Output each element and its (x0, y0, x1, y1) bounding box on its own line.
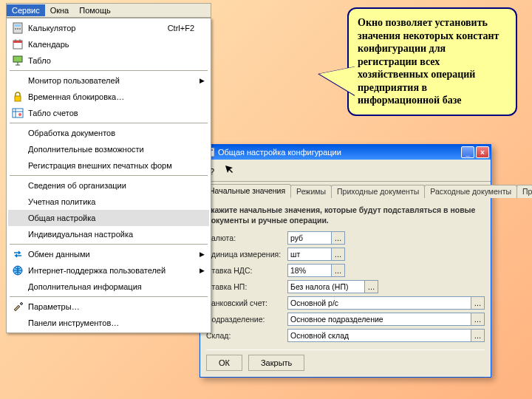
dropdown-menu: КалькуляторCtrl+F2КалендарьТаблоМонитор … (6, 18, 211, 333)
dialog-toolbar: ? (200, 160, 491, 182)
tab-bar: Начальные значения Режимы Приходные доку… (200, 182, 491, 198)
currency-label: Валюта: (206, 233, 287, 242)
exchange-icon (10, 248, 25, 260)
menu-item-label: Дополнительные возможности (28, 145, 144, 154)
menu-item[interactable]: Табло счетов (8, 105, 209, 121)
menubar: Сервис Окна Помощь (6, 3, 211, 18)
svg-rect-2 (15, 28, 16, 30)
np-label: Ставка НП: (206, 282, 287, 291)
svg-rect-6 (13, 41, 22, 43)
row-account: Банковский счет: … (206, 296, 485, 310)
svg-rect-1 (15, 24, 21, 27)
blank-icon (10, 143, 25, 155)
blank-icon (10, 317, 25, 329)
menu-item-label: Интернет-поддержка пользователей (28, 266, 166, 275)
menu-item[interactable]: Учетная политика (8, 194, 209, 210)
callout-tooltip: Окно позволяет установить значения некот… (347, 7, 517, 116)
calc-icon (10, 22, 25, 34)
menu-item-label: Табло счетов (28, 109, 78, 117)
dialog-title: Общая настройка конфигурации (218, 148, 341, 157)
currency-browse-button[interactable]: … (332, 231, 345, 245)
np-browse-button[interactable]: … (365, 280, 378, 293)
dept-input[interactable] (287, 313, 471, 326)
close-button[interactable]: × (476, 146, 489, 158)
row-unit: Единица измерения: … (206, 248, 485, 261)
np-input[interactable] (287, 280, 365, 293)
ok-button[interactable]: ОК (206, 355, 242, 371)
submenu-arrow-icon: ▶ (200, 267, 205, 274)
menu-item[interactable]: Календарь (8, 36, 209, 52)
menubar-item-service[interactable]: Сервис (7, 4, 45, 16)
menu-item[interactable]: Дополнительные возможности (8, 141, 209, 157)
tab-income-docs[interactable]: Приходные документы (331, 185, 425, 198)
whatsthis-icon[interactable] (222, 163, 236, 176)
svg-point-16 (18, 113, 21, 116)
menu-item[interactable]: Панели инструментов… (8, 315, 209, 331)
menu-separator (10, 70, 208, 71)
board-icon (10, 55, 25, 66)
row-np: Ставка НП: … (206, 280, 485, 293)
unit-browse-button[interactable]: … (332, 248, 345, 261)
row-dept: Подразделение: … (206, 313, 485, 326)
menu-item-label: Регистрация внешних печатных форм (28, 161, 172, 170)
menu-separator (10, 123, 208, 123)
dept-label: Подразделение: (206, 315, 287, 324)
currency-input[interactable] (287, 231, 332, 245)
panel-hint: Укажите начальные значения, которые буду… (206, 205, 485, 225)
config-dialog: Общая настройка конфигурации _ × ? Начал… (200, 144, 491, 378)
blank-icon (10, 180, 25, 191)
tab-expense-docs[interactable]: Расходные документы (424, 185, 517, 198)
dept-browse-button[interactable]: … (471, 313, 485, 326)
menu-item[interactable]: Регистрация внешних печатных форм (8, 157, 209, 174)
titlebar: Общая настройка конфигурации _ × (200, 145, 491, 160)
vat-browse-button[interactable]: … (332, 264, 345, 277)
account-browse-button[interactable]: … (471, 296, 485, 310)
unit-input[interactable] (287, 248, 332, 261)
svg-rect-4 (19, 28, 21, 30)
blank-icon (10, 196, 25, 208)
submenu-arrow-icon: ▶ (200, 77, 205, 84)
blank-icon (10, 127, 25, 139)
menu-item[interactable]: Сведения об организации (8, 177, 209, 194)
account-input[interactable] (287, 296, 471, 310)
dialog-panel: Укажите начальные значения, которые буду… (200, 198, 491, 377)
menu-separator (10, 244, 208, 245)
menu-item-label: Табло (28, 56, 51, 65)
menu-item-label: Общая настройка (28, 214, 95, 222)
close-dialog-button[interactable]: Закрыть (248, 355, 304, 371)
menu-item[interactable]: Обработка документов (8, 125, 209, 141)
menu-item[interactable]: Индивидуальная настройка (8, 226, 209, 242)
menu-item-label: Календарь (28, 40, 69, 49)
callout-text: Окно позволяет установить значения некот… (358, 17, 499, 106)
blank-icon (10, 228, 25, 240)
accounts-icon (10, 107, 25, 119)
menu-item[interactable]: Интернет-поддержка пользователей▶ (8, 262, 209, 279)
menu-item-label: Обработка документов (28, 129, 115, 137)
wh-input[interactable] (287, 329, 471, 342)
svg-rect-3 (17, 28, 18, 30)
svg-rect-12 (15, 96, 21, 101)
menu-item[interactable]: Общая настройка (8, 210, 209, 226)
blank-icon (10, 160, 25, 171)
menu-item[interactable]: Обмен данными▶ (8, 246, 209, 262)
minimize-button[interactable]: _ (461, 146, 474, 158)
menu-separator (10, 175, 208, 176)
menu-item[interactable]: Табло (8, 52, 209, 69)
vat-input[interactable] (287, 264, 332, 277)
tab-other[interactable]: Прочее (516, 185, 532, 198)
menubar-item-help[interactable]: Помощь (74, 4, 116, 16)
submenu-arrow-icon: ▶ (200, 250, 205, 258)
menu-item-label: Панели инструментов… (28, 318, 119, 327)
menu-item-label: Обмен данными (28, 250, 90, 259)
menu-item[interactable]: Временная блокировка… (8, 89, 209, 105)
tab-initial[interactable]: Начальные значения (203, 184, 291, 198)
tab-modes[interactable]: Режимы (290, 185, 332, 198)
menu-item[interactable]: КалькуляторCtrl+F2 (8, 20, 209, 36)
wh-browse-button[interactable]: … (471, 329, 485, 342)
menu-item[interactable]: Дополнительная информация (8, 279, 209, 295)
lock-icon (10, 91, 25, 103)
menu-item[interactable]: Параметры… (8, 299, 209, 315)
unit-label: Единица измерения: (206, 250, 287, 259)
menubar-item-windows[interactable]: Окна (45, 4, 75, 16)
menu-item[interactable]: Монитор пользователей▶ (8, 72, 209, 89)
